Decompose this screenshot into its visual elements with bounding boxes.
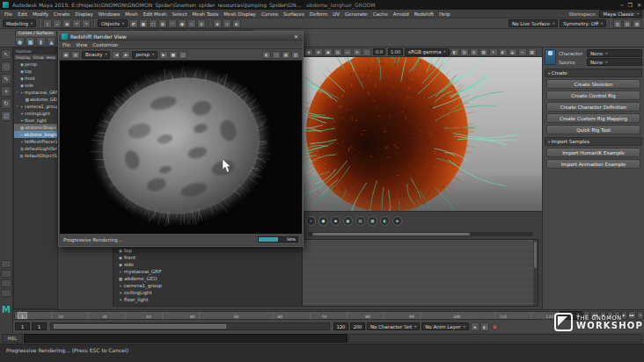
scrollbar-thumb[interactable] [312, 233, 470, 235]
section-import-samples[interactable]: Import Samples [545, 137, 642, 146]
dopesheet-item-camera1-group[interactable]: +camera1_group [113, 282, 302, 289]
animation-start-field[interactable]: 1 [15, 322, 30, 330]
ipr-render-icon[interactable]: ◎ [223, 19, 231, 28]
outliner-item-abdome-geo[interactable]: ▩abdome_GEO [14, 96, 57, 103]
rv-menu-customize[interactable]: Customize [92, 42, 118, 47]
prev-aov-icon[interactable]: ◀ [112, 51, 121, 59]
select-object-icon[interactable]: ■ [139, 19, 148, 28]
image-plane-icon[interactable]: ▭ [343, 48, 352, 56]
source-dropdown[interactable]: None [587, 58, 642, 66]
menu-mesh[interactable]: Mesh [122, 11, 140, 17]
toggle-attribute-editor-icon[interactable]: ▥ [613, 19, 622, 28]
rv-menu-view[interactable]: View [76, 42, 87, 47]
outliner-item-ceilinglight[interactable]: ☀ceilingLight [14, 110, 57, 117]
layout-grid-icon[interactable]: ▦ [282, 51, 290, 59]
render-icon[interactable]: ◉ [213, 19, 222, 28]
render-settings-icon[interactable]: ◐ [232, 19, 241, 28]
select-camera-icon[interactable]: ◉ [304, 48, 313, 56]
toggle-channel-box-icon[interactable]: ▦ [633, 19, 641, 28]
close-button[interactable]: ✕ [637, 2, 641, 8]
outliner-item-defaultobjectset[interactable]: ◍defaultObjectSet [14, 152, 57, 159]
shelf-icon-nurbs-sphere[interactable]: ● [15, 37, 25, 47]
dopesheet-item-top[interactable]: ◉top [113, 247, 302, 254]
shelf-icon-nurbs-cube[interactable]: ■ [26, 37, 35, 47]
lock-camera-icon[interactable]: ◈ [314, 48, 323, 56]
outliner-item-top[interactable]: ◉top [14, 68, 57, 75]
character-dropdown[interactable]: None [587, 49, 642, 57]
minimize-button[interactable]: ─ [620, 2, 624, 8]
open-scene-icon[interactable]: ▱ [53, 19, 62, 28]
horizontal-scrollbar[interactable] [308, 232, 533, 236]
menu-edit[interactable]: Edit [15, 11, 30, 17]
menu-create[interactable]: Create [51, 11, 72, 17]
range-slider-handle[interactable] [54, 324, 226, 329]
animation-preferences-icon[interactable]: ◐ [480, 322, 489, 331]
current-frame-marker[interactable]: 1 [18, 312, 27, 319]
command-input[interactable] [24, 334, 348, 343]
menu-select[interactable]: Select [170, 11, 190, 17]
outliner-item-mystaceai-grp[interactable]: ++mystaceai_GRP [14, 89, 57, 96]
layout-grid-alt-icon[interactable]: ▥ [291, 51, 300, 59]
xray-icon[interactable]: ▨ [460, 48, 469, 56]
redo-icon[interactable]: ↷ [82, 19, 91, 28]
shelf-tab-curves-surfaces[interactable]: Curves / Surfaces [15, 30, 57, 36]
layout-persp-outliner-button[interactable] [1, 279, 11, 287]
make-live-icon[interactable]: ◍ [197, 19, 206, 28]
snap-grid-icon[interactable]: ▦ [158, 19, 167, 28]
add-key-button[interactable]: ◆ [331, 216, 340, 226]
outliner-item-abdomeshape[interactable]: ▩abdomeShape [14, 124, 57, 131]
command-mode-toggle[interactable]: MEL [2, 334, 23, 343]
auto-key-button[interactable]: ● [491, 322, 499, 330]
lasso-tool-icon[interactable]: ◌ [1, 62, 11, 72]
create-skeleton-button[interactable]: Create Skeleton [546, 79, 640, 89]
playback-start-field[interactable]: 1 [32, 322, 47, 330]
select-component-icon[interactable]: □ [149, 19, 157, 28]
outliner-item-abdome-longhair[interactable]: ≈abdome_longhair [14, 131, 57, 138]
dopesheet-item-floor-light[interactable]: ☀floor_light [113, 296, 302, 303]
animation-end-field[interactable]: 200 [350, 322, 365, 330]
frame-playback-range-button[interactable]: ▤ [355, 216, 365, 226]
multisampling-icon[interactable]: ▦ [528, 48, 537, 56]
rv-menu-file[interactable]: File [62, 42, 70, 47]
save-snapshot-icon[interactable]: ▣ [62, 51, 70, 59]
menu-cache[interactable]: Cache [370, 11, 391, 17]
toggle-tool-settings-icon[interactable]: ▤ [623, 19, 632, 28]
menu-help[interactable]: Help [436, 11, 453, 17]
select-tool-icon[interactable]: ↖ [1, 49, 11, 60]
vertical-scrollbar[interactable] [533, 240, 538, 306]
camera-attributes-icon[interactable]: ▣ [324, 48, 333, 56]
wireframe-on-shaded-icon[interactable]: ◍ [470, 48, 479, 56]
section-create[interactable]: Create [545, 69, 642, 77]
rv-render-canvas[interactable] [60, 61, 302, 235]
scrollbar-thumb[interactable] [534, 242, 537, 268]
dopesheet-item-front[interactable]: ◉front [113, 254, 302, 261]
menu-generate[interactable]: Generate [342, 11, 370, 17]
snap-keys-button[interactable]: ▦ [368, 216, 377, 226]
menu-windows[interactable]: Windows [96, 11, 123, 17]
menu-mesh-display[interactable]: Mesh Display [221, 11, 259, 17]
workspace-dropdown[interactable]: Maya Classic [599, 10, 642, 18]
move-keys-button[interactable]: + [306, 216, 316, 226]
snap-curve-icon[interactable]: ◠ [168, 19, 177, 28]
outliner-item-front[interactable]: ◉front [14, 75, 57, 82]
new-scene-icon[interactable]: ▯ [43, 19, 52, 28]
dopesheet-item-abdome-geo[interactable]: ▩abdome_GEO [113, 275, 302, 282]
create-character-definition-button[interactable]: Create Character Definition [546, 102, 640, 112]
move-tool-icon[interactable]: + [1, 86, 11, 97]
region-render-icon[interactable]: ◲ [179, 51, 187, 59]
create-control-rig-button[interactable]: Create Control Rig [546, 90, 640, 100]
rotate-tool-icon[interactable]: ↻ [1, 98, 11, 109]
create-custom-rig-mapping-button[interactable]: Create Custom Rig Mapping [546, 113, 640, 123]
layout-four-pane-button[interactable] [1, 270, 11, 278]
menu-display[interactable]: Display [72, 11, 95, 17]
exposure-field[interactable]: 0.0 [373, 48, 385, 55]
timeline-ruler[interactable]: 0102030405060708090100110120 1 [14, 311, 556, 320]
range-slider[interactable] [50, 322, 330, 330]
quick-rig-tool-button[interactable]: Quick Rig Tool [546, 125, 640, 134]
shelf-icon-nurbs-cylinder[interactable]: ▮ [36, 37, 46, 47]
outliner-menu-help[interactable]: Help [47, 55, 55, 60]
textured-icon[interactable]: ▩ [479, 48, 488, 56]
stop-render-icon[interactable]: ■ [169, 51, 178, 59]
anim-layer-dropdown[interactable]: No Anim Layer [421, 322, 468, 330]
zoom-fit-icon[interactable]: ◻ [272, 51, 281, 59]
